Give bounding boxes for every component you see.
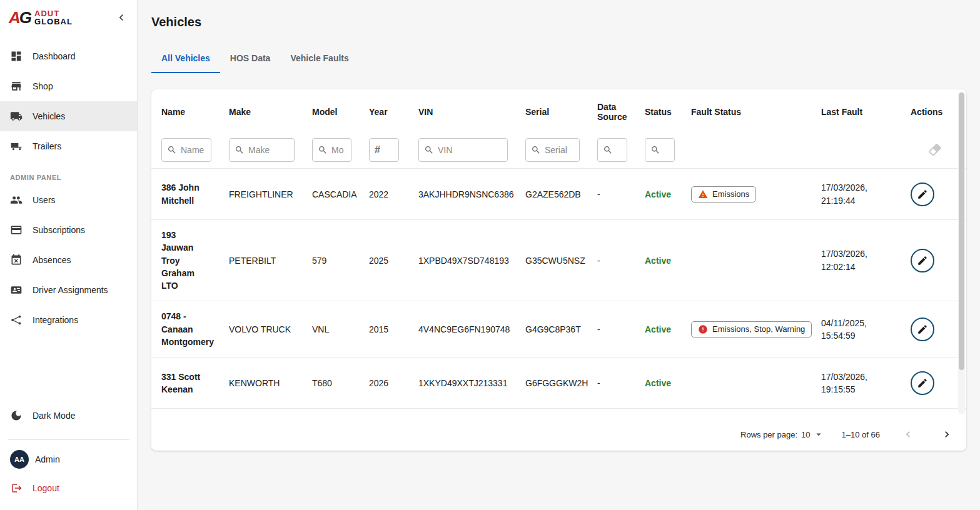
pagination-range: 1–10 of 66 (842, 430, 880, 439)
vehicles-table-card: Name Make Model Year VIN Serial Data Sou… (151, 89, 966, 451)
sidebar-item-vehicles[interactable]: Vehicles (0, 101, 137, 131)
sidebar-item-absences[interactable]: Absences (0, 245, 137, 275)
edit-vehicle-button[interactable] (911, 249, 934, 272)
vehicle-make: FREIGHTLINER (219, 169, 302, 220)
rows-per-page: Rows per page: 10 (740, 429, 824, 440)
sidebar-item-dashboard[interactable]: Dashboard (0, 41, 137, 71)
tab-vehicle-faults[interactable]: Vehicle Faults (280, 46, 358, 73)
vehicle-serial: G35CWU5NSZ (515, 220, 587, 301)
status-filter[interactable] (645, 138, 675, 162)
sidebar-item-label: Driver Assignments (33, 285, 108, 295)
sidebar-item-shop[interactable]: Shop (0, 71, 137, 101)
table-row: 1471 Maxwell Neighbors FREIGHTLINER CASC… (151, 409, 966, 418)
column-header-actions: Actions (901, 89, 966, 134)
vehicle-model: T680 (302, 358, 359, 409)
make-filter-input[interactable] (248, 145, 289, 155)
column-header-model: Model (302, 89, 359, 134)
vehicle-data-source: - (587, 301, 635, 358)
user-row: AA Admin (0, 440, 137, 479)
dark-mode-label: Dark Mode (33, 411, 75, 421)
vin-filter (418, 138, 508, 162)
vehicle-vin: 3AKJHHDR9NSNC6386 (408, 169, 515, 220)
previous-page-button[interactable] (897, 424, 919, 445)
pagination-bar: Rows per page: 10 1–10 of 66 (151, 418, 966, 451)
edit-vehicle-button[interactable] (911, 182, 934, 206)
vehicle-model: 579 (302, 220, 359, 301)
vehicle-name: 1471 Maxwell Neighbors (151, 409, 219, 418)
sidebar-item-label: Shop (33, 81, 53, 91)
main-content: Vehicles All Vehicles HOS Data Vehicle F… (138, 0, 980, 510)
column-header-fault-status: Fault Status (681, 89, 811, 134)
vehicle-name: 386 John Mitchell (151, 169, 219, 220)
search-icon (235, 145, 245, 155)
table-row: 0748 - Canaan Montgomery VOLVO TRUCK VNL… (151, 301, 966, 358)
name-filter (161, 138, 211, 162)
vin-filter-input[interactable] (438, 145, 502, 155)
sidebar: AG ADUT GLOBAL Dashboard Shop Vehic (0, 0, 138, 510)
column-header-data-source: Data Source (587, 89, 635, 134)
search-icon (424, 145, 434, 155)
vehicle-year: 2022 (359, 169, 408, 220)
data-source-filter[interactable] (597, 138, 627, 162)
hub-icon (10, 314, 23, 326)
column-header-serial: Serial (515, 89, 587, 134)
clear-filters-icon[interactable] (927, 142, 942, 157)
trailer-icon (10, 140, 23, 152)
logout-button[interactable]: Logout (0, 479, 137, 510)
dark-mode-toggle[interactable]: Dark Mode (0, 401, 137, 431)
fault-chip-label: Emissions, Stop, Warning (712, 324, 805, 334)
rows-per-page-select[interactable]: 10 (801, 429, 824, 440)
brand-monogram-g: G (19, 8, 31, 27)
sidebar-item-integrations[interactable]: Integrations (0, 305, 137, 335)
sidebar-item-trailers[interactable]: Trailers (0, 131, 137, 161)
app-root: AG ADUT GLOBAL Dashboard Shop Vehic (0, 0, 980, 510)
vehicle-name: 0748 - Canaan Montgomery (151, 301, 219, 358)
filter-row: # (151, 134, 966, 169)
tab-all-vehicles[interactable]: All Vehicles (151, 46, 220, 73)
sidebar-nav: Dashboard Shop Vehicles Trailers ADMIN P… (0, 41, 137, 335)
search-icon (318, 145, 328, 155)
model-filter-input[interactable] (331, 145, 346, 155)
table-scrollbar-thumb[interactable] (959, 92, 964, 370)
brand-monogram-a: A (9, 8, 19, 27)
vehicle-serial: G9K9NM3GXR (515, 409, 587, 418)
serial-filter-input[interactable] (545, 145, 574, 155)
vehicle-year: 2015 (359, 301, 408, 358)
vehicle-make: VOLVO TRUCK (219, 301, 302, 358)
edit-pencil-icon (917, 324, 928, 335)
chevron-left-icon (115, 11, 128, 24)
vehicle-year: 2020 (359, 409, 408, 418)
sidebar-item-driver-assignments[interactable]: Driver Assignments (0, 275, 137, 305)
sidebar-collapse-button[interactable] (112, 8, 131, 27)
sidebar-item-subscriptions[interactable]: Subscriptions (0, 215, 137, 245)
status-badge: Active (635, 409, 681, 418)
tab-hos-data[interactable]: HOS Data (220, 46, 281, 73)
last-fault: 17/03/2026, 21:19:44 (811, 169, 901, 220)
vehicles-table: Name Make Model Year VIN Serial Data Sou… (151, 89, 966, 418)
sidebar-item-users[interactable]: Users (0, 185, 137, 215)
column-header-last-fault: Last Fault (811, 89, 901, 134)
year-filter[interactable]: # (369, 138, 399, 162)
name-filter-input[interactable] (181, 145, 206, 155)
vehicle-make: KENWORTH (219, 358, 302, 409)
make-filter (229, 138, 295, 162)
column-header-make: Make (219, 89, 302, 134)
sidebar-item-label: Dashboard (33, 51, 76, 61)
vehicle-serial: G6FGGGKW2H (515, 358, 587, 409)
table-scrollbar[interactable] (958, 92, 965, 414)
vehicle-data-source: - (587, 409, 635, 418)
edit-vehicle-button[interactable] (911, 371, 934, 395)
vehicle-make: PETERBILT (219, 220, 302, 301)
edit-vehicle-button[interactable] (911, 318, 934, 341)
credit-card-icon (10, 224, 23, 236)
brand-logo: AG ADUT GLOBAL (9, 9, 73, 26)
user-name: Admin (35, 454, 60, 464)
fault-status-chip: Emissions (691, 186, 756, 202)
next-page-button[interactable] (936, 424, 957, 445)
chevron-left-icon (902, 428, 914, 441)
brand-line2: GLOBAL (34, 18, 73, 26)
sidebar-item-label: Integrations (33, 315, 78, 325)
column-header-year: Year (359, 89, 408, 134)
last-fault: 17/03/2026, 12:02:14 (811, 220, 901, 301)
search-icon (603, 145, 613, 155)
